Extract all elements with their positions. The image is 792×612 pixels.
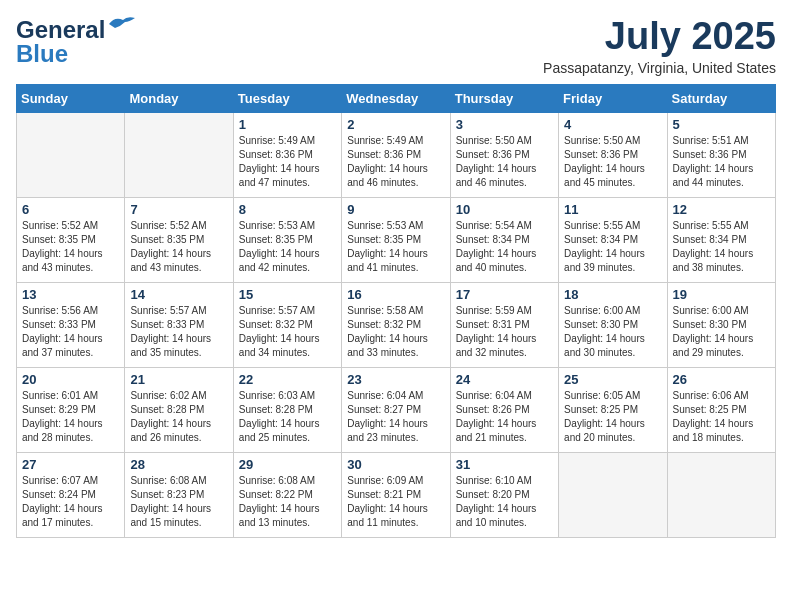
calendar-cell: 10Sunrise: 5:54 AMSunset: 8:34 PMDayligh… [450,197,558,282]
day-info: Sunrise: 6:05 AMSunset: 8:25 PMDaylight:… [564,389,661,445]
calendar-week-3: 20Sunrise: 6:01 AMSunset: 8:29 PMDayligh… [17,367,776,452]
day-number: 4 [564,117,661,132]
day-number: 2 [347,117,444,132]
day-number: 25 [564,372,661,387]
day-info: Sunrise: 6:03 AMSunset: 8:28 PMDaylight:… [239,389,336,445]
day-info: Sunrise: 5:52 AMSunset: 8:35 PMDaylight:… [130,219,227,275]
calendar-body: 1Sunrise: 5:49 AMSunset: 8:36 PMDaylight… [17,112,776,537]
calendar-cell: 15Sunrise: 5:57 AMSunset: 8:32 PMDayligh… [233,282,341,367]
day-number: 30 [347,457,444,472]
calendar-cell: 2Sunrise: 5:49 AMSunset: 8:36 PMDaylight… [342,112,450,197]
day-info: Sunrise: 5:52 AMSunset: 8:35 PMDaylight:… [22,219,119,275]
day-number: 20 [22,372,119,387]
calendar-cell: 27Sunrise: 6:07 AMSunset: 8:24 PMDayligh… [17,452,125,537]
calendar-cell: 18Sunrise: 6:00 AMSunset: 8:30 PMDayligh… [559,282,667,367]
day-info: Sunrise: 6:08 AMSunset: 8:23 PMDaylight:… [130,474,227,530]
day-number: 9 [347,202,444,217]
calendar-cell [17,112,125,197]
calendar-week-0: 1Sunrise: 5:49 AMSunset: 8:36 PMDaylight… [17,112,776,197]
day-info: Sunrise: 6:10 AMSunset: 8:20 PMDaylight:… [456,474,553,530]
calendar-cell: 25Sunrise: 6:05 AMSunset: 8:25 PMDayligh… [559,367,667,452]
day-number: 11 [564,202,661,217]
day-info: Sunrise: 5:58 AMSunset: 8:32 PMDaylight:… [347,304,444,360]
calendar-cell: 30Sunrise: 6:09 AMSunset: 8:21 PMDayligh… [342,452,450,537]
day-number: 28 [130,457,227,472]
day-number: 18 [564,287,661,302]
location: Passapatanzy, Virginia, United States [543,60,776,76]
logo: General Blue [16,16,137,68]
day-info: Sunrise: 5:49 AMSunset: 8:36 PMDaylight:… [347,134,444,190]
day-info: Sunrise: 5:59 AMSunset: 8:31 PMDaylight:… [456,304,553,360]
calendar-cell: 21Sunrise: 6:02 AMSunset: 8:28 PMDayligh… [125,367,233,452]
calendar-cell [559,452,667,537]
calendar-cell: 16Sunrise: 5:58 AMSunset: 8:32 PMDayligh… [342,282,450,367]
day-number: 12 [673,202,770,217]
day-number: 24 [456,372,553,387]
day-number: 26 [673,372,770,387]
calendar-cell: 12Sunrise: 5:55 AMSunset: 8:34 PMDayligh… [667,197,775,282]
day-number: 16 [347,287,444,302]
day-number: 5 [673,117,770,132]
calendar-cell: 5Sunrise: 5:51 AMSunset: 8:36 PMDaylight… [667,112,775,197]
calendar-cell: 14Sunrise: 5:57 AMSunset: 8:33 PMDayligh… [125,282,233,367]
day-info: Sunrise: 5:55 AMSunset: 8:34 PMDaylight:… [564,219,661,275]
day-number: 3 [456,117,553,132]
weekday-header-monday: Monday [125,84,233,112]
day-info: Sunrise: 5:53 AMSunset: 8:35 PMDaylight:… [239,219,336,275]
calendar-cell [667,452,775,537]
weekday-header-wednesday: Wednesday [342,84,450,112]
calendar-cell: 3Sunrise: 5:50 AMSunset: 8:36 PMDaylight… [450,112,558,197]
page-header: General Blue July 2025 Passapatanzy, Vir… [16,16,776,76]
calendar-cell: 6Sunrise: 5:52 AMSunset: 8:35 PMDaylight… [17,197,125,282]
calendar-cell: 7Sunrise: 5:52 AMSunset: 8:35 PMDaylight… [125,197,233,282]
day-number: 21 [130,372,227,387]
day-info: Sunrise: 6:00 AMSunset: 8:30 PMDaylight:… [673,304,770,360]
day-info: Sunrise: 5:54 AMSunset: 8:34 PMDaylight:… [456,219,553,275]
calendar-cell: 8Sunrise: 5:53 AMSunset: 8:35 PMDaylight… [233,197,341,282]
day-info: Sunrise: 6:07 AMSunset: 8:24 PMDaylight:… [22,474,119,530]
day-info: Sunrise: 6:00 AMSunset: 8:30 PMDaylight:… [564,304,661,360]
day-number: 31 [456,457,553,472]
day-info: Sunrise: 6:04 AMSunset: 8:26 PMDaylight:… [456,389,553,445]
weekday-header-thursday: Thursday [450,84,558,112]
weekday-header-row: SundayMondayTuesdayWednesdayThursdayFrid… [17,84,776,112]
calendar-table: SundayMondayTuesdayWednesdayThursdayFrid… [16,84,776,538]
day-number: 23 [347,372,444,387]
month-title: July 2025 [543,16,776,58]
day-info: Sunrise: 5:57 AMSunset: 8:33 PMDaylight:… [130,304,227,360]
weekday-header-saturday: Saturday [667,84,775,112]
day-info: Sunrise: 6:09 AMSunset: 8:21 PMDaylight:… [347,474,444,530]
day-number: 15 [239,287,336,302]
day-number: 10 [456,202,553,217]
weekday-header-sunday: Sunday [17,84,125,112]
logo-bird-icon [107,14,137,36]
day-number: 27 [22,457,119,472]
calendar-cell: 31Sunrise: 6:10 AMSunset: 8:20 PMDayligh… [450,452,558,537]
day-number: 7 [130,202,227,217]
calendar-cell: 19Sunrise: 6:00 AMSunset: 8:30 PMDayligh… [667,282,775,367]
day-info: Sunrise: 5:50 AMSunset: 8:36 PMDaylight:… [564,134,661,190]
calendar-cell: 23Sunrise: 6:04 AMSunset: 8:27 PMDayligh… [342,367,450,452]
title-area: July 2025 Passapatanzy, Virginia, United… [543,16,776,76]
calendar-cell: 9Sunrise: 5:53 AMSunset: 8:35 PMDaylight… [342,197,450,282]
calendar-cell: 20Sunrise: 6:01 AMSunset: 8:29 PMDayligh… [17,367,125,452]
calendar-week-4: 27Sunrise: 6:07 AMSunset: 8:24 PMDayligh… [17,452,776,537]
calendar-cell: 28Sunrise: 6:08 AMSunset: 8:23 PMDayligh… [125,452,233,537]
day-number: 6 [22,202,119,217]
calendar-cell: 13Sunrise: 5:56 AMSunset: 8:33 PMDayligh… [17,282,125,367]
day-info: Sunrise: 5:53 AMSunset: 8:35 PMDaylight:… [347,219,444,275]
calendar-week-1: 6Sunrise: 5:52 AMSunset: 8:35 PMDaylight… [17,197,776,282]
day-info: Sunrise: 5:51 AMSunset: 8:36 PMDaylight:… [673,134,770,190]
day-info: Sunrise: 6:04 AMSunset: 8:27 PMDaylight:… [347,389,444,445]
calendar-cell: 29Sunrise: 6:08 AMSunset: 8:22 PMDayligh… [233,452,341,537]
day-info: Sunrise: 6:06 AMSunset: 8:25 PMDaylight:… [673,389,770,445]
weekday-header-tuesday: Tuesday [233,84,341,112]
calendar-cell: 11Sunrise: 5:55 AMSunset: 8:34 PMDayligh… [559,197,667,282]
day-info: Sunrise: 5:56 AMSunset: 8:33 PMDaylight:… [22,304,119,360]
calendar-cell: 1Sunrise: 5:49 AMSunset: 8:36 PMDaylight… [233,112,341,197]
day-number: 8 [239,202,336,217]
day-number: 19 [673,287,770,302]
calendar-cell: 22Sunrise: 6:03 AMSunset: 8:28 PMDayligh… [233,367,341,452]
calendar-cell: 24Sunrise: 6:04 AMSunset: 8:26 PMDayligh… [450,367,558,452]
day-info: Sunrise: 5:50 AMSunset: 8:36 PMDaylight:… [456,134,553,190]
